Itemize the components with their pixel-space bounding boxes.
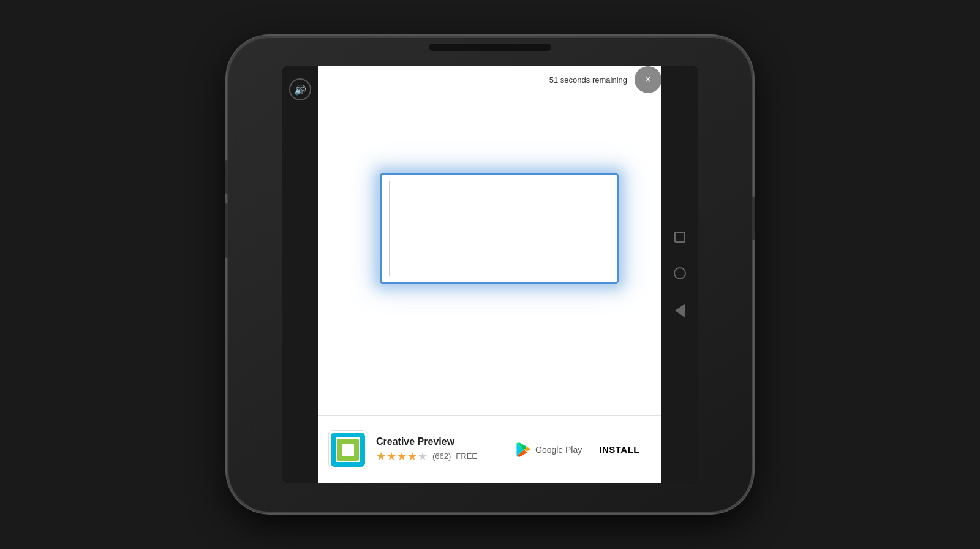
speaker-icon: 🔊	[294, 84, 306, 96]
screen-content: 51 seconds remaining × Creative Preview	[318, 66, 662, 483]
ad-area	[318, 66, 662, 415]
phone-shell: 🔊 51 seconds remaining ×	[227, 36, 753, 513]
timer-text: 51 seconds remaining	[542, 66, 635, 93]
store-section: Google Play INSTALL	[514, 438, 652, 461]
google-play-icon	[514, 441, 532, 458]
recent-apps-button[interactable]	[674, 232, 685, 243]
star-3: ★	[397, 450, 407, 463]
power-button[interactable]	[752, 197, 755, 240]
app-name: Creative Preview	[376, 436, 506, 447]
speaker-button[interactable]: 🔊	[289, 78, 311, 100]
star-rating: ★ ★ ★ ★ ★	[376, 450, 428, 463]
creative-preview-icon	[331, 433, 365, 467]
install-button[interactable]: INSTALL	[587, 438, 652, 461]
star-4: ★	[407, 450, 417, 463]
icon-inner-ring	[337, 439, 359, 461]
star-2: ★	[386, 450, 396, 463]
right-nav	[662, 66, 698, 483]
timer-bar: 51 seconds remaining ×	[542, 66, 662, 93]
review-count: (662)	[432, 452, 451, 461]
google-play-logo: Google Play	[514, 441, 582, 458]
home-button[interactable]	[674, 267, 686, 279]
google-play-text: Google Play	[535, 445, 582, 455]
phone-notch	[429, 44, 551, 51]
volume-down-button[interactable]	[225, 203, 228, 258]
ad-content-box	[380, 173, 619, 284]
price-tag: FREE	[456, 452, 477, 461]
app-icon	[328, 430, 368, 469]
screen-bezel: 🔊 51 seconds remaining ×	[282, 66, 698, 483]
app-meta: ★ ★ ★ ★ ★ (662) FREE	[376, 450, 506, 463]
app-info: Creative Preview ★ ★ ★ ★ ★ (662) FREE	[376, 436, 506, 463]
close-ad-button[interactable]: ×	[635, 66, 662, 93]
app-banner: Creative Preview ★ ★ ★ ★ ★ (662) FREE	[318, 415, 662, 483]
back-button[interactable]	[675, 304, 685, 317]
left-nav: 🔊	[282, 66, 318, 483]
star-1: ★	[376, 450, 386, 463]
star-5: ★	[418, 450, 428, 463]
volume-up-button[interactable]	[225, 160, 228, 194]
